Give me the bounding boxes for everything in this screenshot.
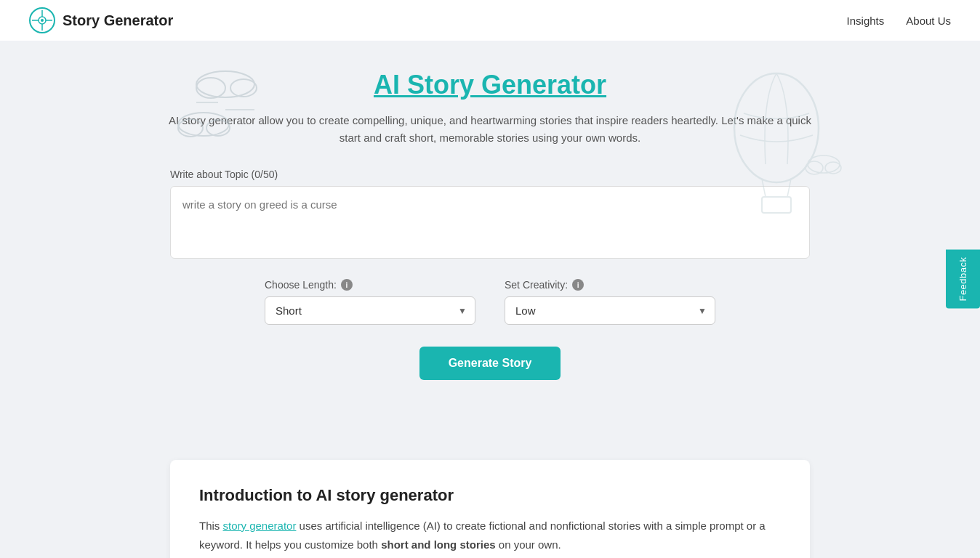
svg-line-17: [787, 179, 791, 197]
section-divider: [0, 416, 980, 460]
header: Story Generator Insights About Us: [0, 0, 980, 41]
controls-row: Choose Length: i Short Medium Long ▼ Set…: [170, 279, 810, 325]
length-control-group: Choose Length: i Short Medium Long ▼: [265, 279, 475, 325]
svg-line-16: [762, 179, 766, 197]
main-nav: Insights About Us: [847, 15, 951, 27]
nav-insights[interactable]: Insights: [847, 15, 885, 27]
feedback-tab-wrapper: Feedback: [946, 249, 980, 308]
svg-point-2: [41, 19, 44, 22]
intro-text-after-bold: on your own.: [499, 538, 561, 551]
creativity-control-group: Set Creativity: i Low Medium High ▼: [505, 279, 715, 325]
deco-clouds-left: [160, 62, 291, 153]
logo-icon: [29, 7, 55, 33]
svg-point-7: [196, 71, 254, 97]
length-select[interactable]: Short Medium Long: [265, 296, 475, 325]
length-info-icon[interactable]: i: [341, 279, 353, 291]
intro-bold-text: short and long stories: [381, 538, 496, 551]
svg-point-20: [806, 161, 823, 174]
nav-about-us[interactable]: About Us: [906, 15, 951, 27]
creativity-info-icon[interactable]: i: [572, 279, 584, 291]
svg-point-19: [808, 155, 840, 173]
hero-section: AI Story Generator AI story generator al…: [0, 41, 980, 416]
length-select-wrapper: Short Medium Long ▼: [265, 296, 475, 325]
creativity-select[interactable]: Low Medium High: [505, 296, 715, 325]
intro-paragraph-1: This story generator uses artificial int…: [199, 517, 781, 554]
bottom-section: Introduction to AI story generator This …: [0, 460, 980, 558]
intro-text-before: This: [199, 519, 223, 532]
svg-rect-18: [762, 197, 791, 213]
svg-point-10: [178, 113, 229, 136]
deco-balloon-right: [704, 55, 849, 225]
creativity-select-wrapper: Low Medium High ▼: [505, 296, 715, 325]
creativity-label: Set Creativity: i: [505, 279, 715, 291]
logo-area: Story Generator: [29, 7, 173, 33]
feedback-tab[interactable]: Feedback: [946, 249, 980, 308]
app-title: Story Generator: [63, 12, 173, 29]
story-generator-link[interactable]: story generator: [223, 519, 297, 532]
generate-button[interactable]: Generate Story: [419, 347, 561, 380]
intro-title: Introduction to AI story generator: [199, 486, 781, 505]
length-label: Choose Length: i: [265, 279, 475, 291]
intro-card: Introduction to AI story generator This …: [170, 460, 810, 558]
